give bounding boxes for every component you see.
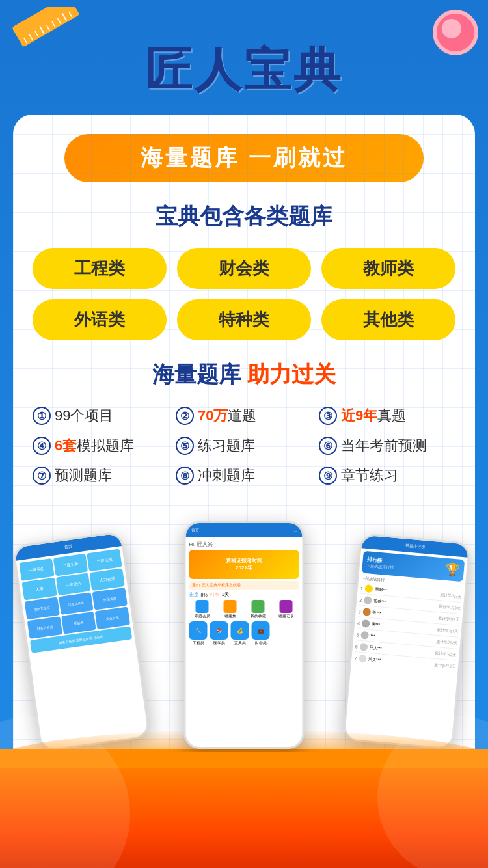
- feature-item-4: ④ 6套模拟题库: [33, 436, 169, 455]
- tag-finance[interactable]: 财会类: [177, 248, 311, 289]
- feature-num-9: ⑨: [319, 467, 337, 485]
- feature-text-4: 6套模拟题库: [55, 436, 134, 455]
- feature-num-2: ②: [176, 407, 194, 425]
- tag-other[interactable]: 其他类: [321, 299, 455, 340]
- feature-item-6: ⑥ 当年考前预测: [319, 436, 455, 455]
- feature-text-9: 章节练习: [341, 466, 398, 485]
- tag-special[interactable]: 特种类: [177, 299, 311, 340]
- white-card: 海量题库 一刷就过 宝典包含各类题库 工程类 财会类 教师类 外语类: [13, 115, 475, 752]
- feature-num-3: ③: [319, 407, 337, 425]
- features-grid: ① 99个项目 ② 70万道题 ③ 近9年真题 ④ 6套模拟题库 ⑤: [33, 406, 455, 485]
- feature-text-3: 近9年真题: [341, 406, 406, 426]
- feature-text-7: 预测题库: [55, 466, 112, 485]
- wave-left-decoration: [0, 716, 130, 868]
- feature-item-8: ⑧ 冲刺题库: [176, 466, 312, 485]
- circle-decoration-icon: [433, 10, 478, 55]
- feature-num-6: ⑥: [319, 437, 337, 455]
- feature-text-5: 练习题库: [198, 436, 255, 455]
- subtitle-banner: 海量题库 一刷就过: [64, 134, 424, 182]
- outer-container: 匠人宝典 海量题库 一刷就过 宝典包含各类题库 工程类 财会类 教师类: [0, 0, 488, 868]
- ruler-decoration: [7, 7, 85, 65]
- top-area: 匠人宝典 海量题库 一刷就过 宝典包含各类题库 工程类 财会类 教师类: [0, 0, 488, 752]
- subtitle-banner-text: 海量题库 一刷就过: [141, 145, 347, 170]
- tag-engineering[interactable]: 工程类: [33, 248, 167, 289]
- section2-title-red: 助力过关: [247, 362, 336, 387]
- feature-num-7: ⑦: [33, 467, 51, 485]
- tag-teacher[interactable]: 教师类: [321, 248, 455, 289]
- feature-text-8: 冲刺题库: [198, 466, 255, 485]
- phones-area: 首页 一建实务 二建实务 一建法规 人事 一建经济 人力资源 安全安全乙 注册税…: [13, 505, 475, 752]
- feature-item-5: ⑤ 练习题库: [176, 436, 312, 455]
- section1-title: 宝典包含各类题库: [33, 202, 455, 232]
- tag-language[interactable]: 外语类: [33, 299, 167, 340]
- section2-title-blue: 海量题库: [152, 362, 241, 387]
- feature-item-7: ⑦ 预测题库: [33, 466, 169, 485]
- bottom-wave: [0, 749, 488, 868]
- phone-middle: 首页 ... Hi, 匠人兴 资格证报考时间2021年 通知: 匠人宝典小程序上…: [184, 521, 305, 749]
- feature-num-5: ⑤: [176, 437, 194, 455]
- feature-text-2: 70万道题: [198, 406, 256, 426]
- feature-text-6: 当年考前预测: [341, 436, 427, 455]
- feature-num-8: ⑧: [176, 467, 194, 485]
- feature-num-1: ①: [33, 407, 51, 425]
- feature-item-1: ① 99个项目: [33, 406, 169, 426]
- section2-title: 海量题库 助力过关: [33, 360, 455, 390]
- feature-num-4: ④: [33, 437, 51, 455]
- wave-right-decoration: [377, 716, 488, 868]
- feature-item-2: ② 70万道题: [176, 406, 312, 426]
- feature-item-9: ⑨ 章节练习: [319, 466, 455, 485]
- feature-item-3: ③ 近9年真题: [319, 406, 455, 426]
- feature-text-1: 99个项目: [55, 406, 113, 426]
- tags-grid: 工程类 财会类 教师类 外语类 特种类 其他类: [33, 248, 455, 340]
